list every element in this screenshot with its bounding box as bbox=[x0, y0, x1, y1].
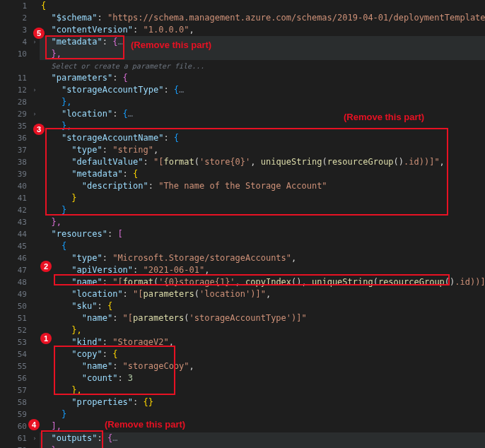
code-token: }, bbox=[62, 121, 71, 131]
code-token: { bbox=[174, 85, 179, 95]
code-token: }, bbox=[71, 385, 81, 395]
fold-column: › › › › bbox=[30, 0, 40, 448]
code-token: "contentVersion" bbox=[51, 25, 133, 35]
code-token: "location" bbox=[71, 289, 122, 299]
code-token: "string" bbox=[112, 145, 153, 155]
code-token: { bbox=[41, 1, 46, 11]
code-area[interactable]: { "$schema": "https://schema.management.… bbox=[40, 0, 485, 448]
code-token: "name" bbox=[82, 313, 112, 323]
code-token: } bbox=[71, 193, 76, 203]
code-token: "1.0.0.0" bbox=[144, 25, 189, 35]
code-token: "kind" bbox=[71, 337, 102, 347]
code-token: "The name of the Storage Account" bbox=[158, 181, 327, 191]
code-token: "apiVersion" bbox=[71, 265, 133, 275]
code-token: } bbox=[62, 409, 66, 419]
code-token: }, bbox=[62, 97, 71, 107]
code-token: "storageCopy" bbox=[123, 361, 189, 371]
fold-toggle-icon[interactable]: › bbox=[30, 84, 40, 96]
code-token: "storageAccountName" bbox=[62, 133, 164, 143]
fold-toggle-icon[interactable]: › bbox=[30, 108, 40, 120]
code-token: "2021-06-01" bbox=[144, 265, 205, 275]
code-token: "$schema" bbox=[51, 13, 97, 23]
code-editor[interactable]: 1 2 3 4 10 11 12 28 29 35 36 37 38 39 40… bbox=[0, 0, 485, 448]
code-token: "https://schema.management.azure.com/sch… bbox=[107, 13, 485, 23]
code-token: "StorageV2" bbox=[112, 337, 168, 347]
code-token: "parameters" bbox=[51, 73, 112, 83]
code-token: }, bbox=[51, 217, 61, 227]
code-token: "location" bbox=[62, 109, 112, 119]
code-token: "Microsoft.Storage/storageAccounts" bbox=[112, 253, 291, 263]
line-number-gutter: 1 2 3 4 10 11 12 28 29 35 36 37 38 39 40… bbox=[0, 0, 30, 448]
code-token: [ bbox=[117, 229, 122, 239]
code-token: ], bbox=[51, 421, 61, 431]
code-token: "metadata" bbox=[51, 37, 102, 47]
code-token: { bbox=[174, 133, 179, 143]
code-token: }, bbox=[51, 49, 61, 59]
code-token: "name" bbox=[71, 277, 102, 287]
code-token: "name" bbox=[82, 361, 112, 371]
code-token: "sku" bbox=[71, 301, 97, 311]
code-token: { bbox=[123, 73, 128, 83]
code-token: "resources" bbox=[51, 229, 107, 239]
code-token: "storageAccountType" bbox=[62, 85, 164, 95]
parameter-file-hint[interactable]: Select or create a parameter file... bbox=[51, 62, 204, 70]
code-token: "metadata" bbox=[71, 169, 122, 179]
code-token: } bbox=[62, 205, 66, 215]
code-token: "defaultValue" bbox=[71, 157, 143, 167]
code-token: } bbox=[51, 445, 56, 448]
code-token: { bbox=[133, 169, 138, 179]
code-token: "type" bbox=[71, 253, 102, 263]
code-token: 3 bbox=[128, 373, 133, 383]
fold-toggle-icon[interactable]: › bbox=[30, 36, 40, 48]
code-token: "count" bbox=[82, 373, 118, 383]
code-token: { bbox=[62, 241, 66, 251]
code-token: { bbox=[107, 301, 112, 311]
code-token: "outputs" bbox=[51, 433, 97, 443]
code-token: "properties" bbox=[71, 397, 133, 407]
code-token: "description" bbox=[82, 181, 148, 191]
code-token: }, bbox=[71, 325, 81, 335]
code-token: "type" bbox=[71, 145, 102, 155]
code-token: {} bbox=[144, 397, 153, 407]
code-token: { bbox=[123, 109, 128, 119]
code-token: { bbox=[112, 349, 117, 359]
fold-toggle-icon[interactable]: › bbox=[30, 432, 40, 444]
code-token: "copy" bbox=[71, 349, 102, 359]
